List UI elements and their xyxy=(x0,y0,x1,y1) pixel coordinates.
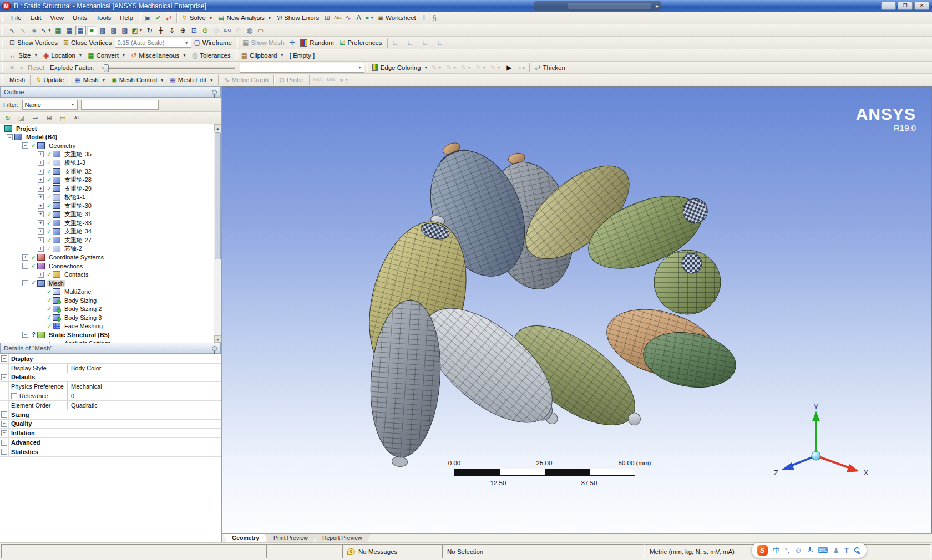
zoom-in-icon[interactable]: ⊕ xyxy=(178,26,188,35)
new-analysis-button[interactable]: ▤ New Analysis ▼ xyxy=(215,14,274,22)
mesh-dropdown-button[interactable]: ▦ Mesh ▼ xyxy=(72,76,108,84)
probe-annotation-icon[interactable]: ✛ xyxy=(287,38,297,48)
maximize-button[interactable]: ❐ xyxy=(898,2,913,10)
menu-view[interactable]: View xyxy=(45,13,68,22)
details-property-value[interactable]: Quadratic xyxy=(68,401,221,410)
location-button[interactable]: ◉ Location ▼ xyxy=(40,52,85,59)
skin-icon[interactable]: T xyxy=(844,547,849,554)
expand-icon[interactable]: + xyxy=(38,177,44,183)
details-property-value[interactable]: 0 xyxy=(68,391,221,400)
show-errors-button[interactable]: ?/ Show Errors xyxy=(274,14,322,22)
cursor-mode-icon[interactable]: ↖▼ xyxy=(40,26,53,35)
expand-icon[interactable]: + xyxy=(38,220,44,226)
menu-edit[interactable]: Edit xyxy=(26,13,46,22)
beam-display-icon-4[interactable]: ∟ xyxy=(435,38,445,48)
assembly-center-combo[interactable]: ▼ xyxy=(240,63,364,73)
filter-type-combo[interactable]: Name ▼ xyxy=(22,100,78,110)
messages-window-icon[interactable]: ▣ xyxy=(143,13,153,23)
tree-item[interactable]: ✓MultiZone xyxy=(0,288,214,297)
pick-label-icon[interactable]: ↖ xyxy=(7,26,17,35)
slider-thumb[interactable] xyxy=(104,64,109,72)
fit-icon[interactable]: ⊙ xyxy=(200,26,210,35)
mesh-edit-button[interactable]: ▦ Mesh Edit ▼ xyxy=(167,76,216,84)
expand-icon[interactable]: + xyxy=(1,440,7,446)
details-section-label[interactable]: Inflation xyxy=(9,429,221,437)
tree-item[interactable]: +✓支重轮-31 xyxy=(0,210,214,219)
solution-status-icon[interactable]: ✔ xyxy=(153,13,164,23)
scroll-up-icon[interactable]: ▲ xyxy=(214,124,221,131)
orientation-triad[interactable]: Y X Z xyxy=(771,403,876,497)
expand-icon[interactable]: + xyxy=(38,160,44,166)
toolbar-grip[interactable] xyxy=(2,38,4,47)
remote-solve-icon[interactable]: ⇄ xyxy=(164,13,174,23)
details-property-value[interactable]: Body Color xyxy=(68,364,221,373)
sogou-logo-icon[interactable]: S xyxy=(757,545,768,556)
expand-icon[interactable]: + xyxy=(38,194,44,200)
close-vertices-button[interactable]: ⊠ Close Vertices xyxy=(60,39,115,47)
tree-item[interactable]: Project xyxy=(0,124,214,133)
details-property-value[interactable]: Mechanical xyxy=(68,382,221,391)
menu-file[interactable]: File xyxy=(7,13,26,22)
tree-item[interactable]: +✓支重轮-28 xyxy=(0,176,214,185)
tree-item[interactable]: −✓Connections xyxy=(0,262,214,271)
toolbox-wrench-icon[interactable] xyxy=(854,547,861,554)
look-at-icon[interactable]: ◍ xyxy=(244,26,255,35)
ime-language-icon[interactable]: 中 xyxy=(773,547,780,554)
expand-icon[interactable]: + xyxy=(1,421,7,427)
sort-az-icon[interactable]: A↓ xyxy=(72,113,82,123)
expand-icon[interactable]: + xyxy=(38,272,44,278)
menu-tools[interactable]: Tools xyxy=(92,13,115,22)
recorder-play-icon[interactable]: ▸ xyxy=(656,3,659,9)
tree-item[interactable]: ✓Body Sizing 3 xyxy=(0,313,214,322)
expand-icon[interactable]: + xyxy=(38,237,44,243)
tab-geometry[interactable]: Geometry xyxy=(223,534,268,542)
tab-print-preview[interactable]: Print Preview xyxy=(265,534,317,542)
size-button[interactable]: ↔ Size ▼ xyxy=(7,52,40,59)
select-edge-icon[interactable]: ▦ xyxy=(64,26,75,35)
tree-item[interactable]: +✓支重轮-27 xyxy=(0,236,214,245)
tree-item[interactable]: +✓支重轮-29 xyxy=(0,185,214,194)
expand-icon[interactable]: + xyxy=(38,186,44,192)
tree-item[interactable]: +✓支重轮-33 xyxy=(0,219,214,228)
expand-icon[interactable]: + xyxy=(38,203,44,209)
expand-all-icon[interactable]: ⊞ xyxy=(44,113,54,123)
tag-icon[interactable]: § xyxy=(429,13,440,23)
box-zoom-icon[interactable]: ⊡ xyxy=(189,26,199,35)
tree-item[interactable]: +✓支重轮-30 xyxy=(0,202,214,211)
pin-icon[interactable] xyxy=(212,90,217,95)
convert-button[interactable]: ▦ Convert ▼ xyxy=(85,52,128,59)
tree-item[interactable]: +✓支重轮-34 xyxy=(0,227,214,236)
tree-item[interactable]: −?Static Structural (B5) xyxy=(0,330,214,339)
select-vertex-icon[interactable]: ▦ xyxy=(53,26,64,35)
toolbar-grip[interactable] xyxy=(2,51,4,60)
collapse-icon[interactable]: − xyxy=(22,280,28,286)
show-vertices-button[interactable]: ⊡ Show Vertices xyxy=(7,39,60,47)
rotate-icon[interactable]: ↻ xyxy=(144,26,155,35)
beam-display-icon-3[interactable]: ∟ xyxy=(420,38,430,48)
close-button[interactable]: ✕ xyxy=(914,2,929,10)
scroll-thumb[interactable] xyxy=(215,132,221,259)
tree-item[interactable]: −✓Mesh xyxy=(0,279,214,288)
pin-icon[interactable] xyxy=(212,346,217,351)
toolbar-grip[interactable] xyxy=(2,75,4,84)
zoom-icon[interactable]: ⇕ xyxy=(166,26,177,35)
keyboard-icon[interactable]: ⌨ xyxy=(818,547,828,554)
thicken-button[interactable]: ⇄ Thicken xyxy=(532,64,568,72)
select-body-icon[interactable]: ■ xyxy=(87,26,97,35)
collapse-icon[interactable]: − xyxy=(22,263,28,269)
tolerances-button[interactable]: ◎ Tolerances xyxy=(189,52,234,59)
show-connections-icon[interactable]: ⊸ xyxy=(30,113,40,123)
thicken-annotation-icon[interactable]: ↦ xyxy=(516,63,527,73)
pick-coordinates-icon[interactable]: ∗ xyxy=(29,26,39,35)
edge-direction-icon[interactable]: ▶ xyxy=(504,63,514,73)
folder-icon[interactable]: ▤ xyxy=(58,113,68,123)
tree-item[interactable]: +✓板轮1-3 xyxy=(0,159,214,167)
expand-icon[interactable]: + xyxy=(38,228,44,235)
viewports-icon[interactable]: ▭ xyxy=(255,26,266,35)
beam-display-icon-2[interactable]: ∟ xyxy=(405,38,416,48)
emoji-icon[interactable]: ☺ xyxy=(794,547,802,554)
menu-help[interactable]: Help xyxy=(115,13,138,22)
microphone-icon[interactable] xyxy=(807,547,813,554)
scroll-down-icon[interactable]: ▼ xyxy=(214,335,221,343)
expand-icon[interactable]: + xyxy=(38,211,44,217)
